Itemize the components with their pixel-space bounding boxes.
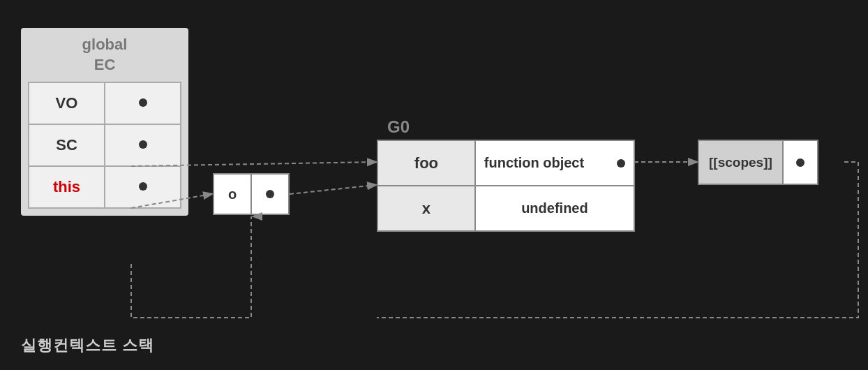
vo-label: VO: [29, 82, 105, 124]
sc-label: SC: [29, 124, 105, 166]
small-obj-dot: [252, 175, 288, 214]
foo-val-text: function object: [484, 155, 584, 171]
global-ec-panel: global EC VO SC this: [21, 28, 188, 216]
x-key: x: [377, 186, 475, 231]
ec-table: VO SC this: [28, 82, 181, 209]
sc-dot-cell: [105, 124, 181, 166]
bottom-label: 실행컨텍스트 스택: [21, 335, 154, 356]
this-dot: [139, 182, 147, 191]
scopes-label: [[scopes]]: [698, 140, 784, 185]
g0-table-container: foo function object x undefined: [377, 140, 635, 232]
vo-dot: [139, 98, 147, 107]
small-obj-box: o: [213, 173, 290, 215]
table-row: foo function object: [377, 140, 634, 186]
global-ec-title: global EC: [28, 35, 181, 75]
scopes-dot-icon: [796, 158, 805, 167]
this-to-small-obj-arrow: [131, 216, 251, 318]
table-row: x undefined: [377, 186, 634, 231]
g0-label: G0: [387, 117, 410, 137]
table-row: SC: [29, 124, 181, 166]
small-obj-label: o: [214, 175, 252, 214]
small-obj-to-g0-arrow: [290, 185, 375, 194]
table-row: VO: [29, 82, 181, 124]
this-label: this: [29, 166, 105, 208]
vo-dot-cell: [105, 82, 181, 124]
foo-val-dot: [617, 159, 625, 168]
g0-table: foo function object x undefined: [377, 140, 635, 232]
sc-dot: [139, 140, 147, 149]
x-val: undefined: [475, 186, 634, 231]
foo-val: function object: [475, 140, 634, 186]
foo-key: foo: [377, 140, 475, 186]
small-obj-dot-icon: [266, 190, 274, 198]
this-dot-cell: [105, 166, 181, 208]
table-row: this: [29, 166, 181, 208]
scopes-box: [[scopes]]: [698, 140, 844, 185]
diagram-area: global EC VO SC this o: [0, 0, 868, 370]
scopes-dot: [784, 140, 818, 185]
